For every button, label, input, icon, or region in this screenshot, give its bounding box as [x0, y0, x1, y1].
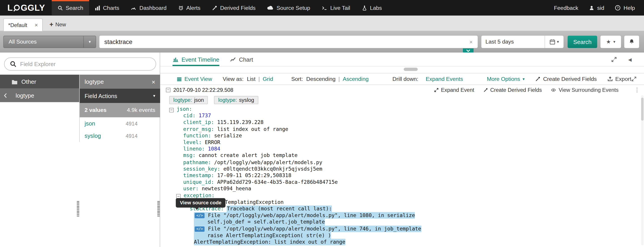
view-surrounding-events-button[interactable]: View Surrounding Events — [551, 87, 619, 93]
panel-resize-handle[interactable] — [157, 201, 160, 217]
tag-logtype-json[interactable]: logtype:json — [169, 96, 208, 104]
json-field: error_msg: list index out of range — [164, 126, 644, 132]
help-menu[interactable]: ? Help — [615, 5, 635, 11]
drill-down-expand-events[interactable]: Expand Events — [426, 76, 463, 82]
toolbar-right-icons: ▾ — [631, 76, 644, 82]
loggly-logo[interactable]: L GGLY — [0, 0, 52, 16]
alerts-bell-button[interactable] — [624, 35, 639, 48]
json-key: msg: — [183, 152, 196, 159]
field-stats-row: 2 values 4.9k events — [80, 103, 160, 117]
field-explorer-input[interactable] — [20, 61, 156, 67]
sort-descending[interactable]: Descending — [306, 76, 336, 82]
results-toolbar: Event View View as: List | Grid Sort: De… — [160, 73, 644, 85]
collapse-panel-icon[interactable]: ◀ — [628, 57, 632, 62]
expand-view-icon[interactable] — [631, 76, 636, 82]
json-key: level: — [183, 139, 202, 145]
field-value-syslog[interactable]: syslog 4914 — [80, 130, 160, 142]
json-value: /opt/loggly/web/app/alert/models.py — [214, 159, 322, 165]
horizontal-scrollbar — [164, 68, 641, 71]
export-button[interactable]: Export — [608, 76, 632, 82]
nav-item-dashboard[interactable]: Dashboard — [125, 0, 172, 16]
field-actions-label: Field Actions — [84, 92, 117, 99]
vertical-scrollbar-thumb[interactable] — [641, 98, 644, 121]
gauge-icon — [131, 5, 137, 10]
value-count: 4914 — [126, 120, 138, 127]
json-value: cannot create alert job template — [198, 152, 298, 159]
json-field: session_key: e0ltqendct03kkcq0nkjr5qjvsd… — [164, 166, 644, 172]
more-options-label: More Options — [487, 76, 520, 82]
create-derived-fields-button[interactable]: Create Derived Fields — [535, 76, 597, 82]
nav-item-search[interactable]: Search — [52, 0, 89, 16]
logo-text-left: L — [8, 3, 13, 13]
stack-text: AlertTemplatingException: list index out… — [194, 239, 345, 246]
nav-item-charts[interactable]: Charts — [89, 0, 125, 16]
new-tab-button[interactable]: + New — [50, 18, 66, 31]
search-input[interactable] — [99, 38, 464, 45]
search-icon — [10, 61, 16, 67]
create-derived-fields-button[interactable]: Create Derived Fields — [483, 87, 542, 93]
plus-icon: + — [50, 21, 53, 28]
chevron-down-icon: ▾ — [557, 39, 559, 43]
view-source-code-icon[interactable]: </> — [195, 226, 205, 232]
event-row-actions: Expand Event Create Derived Fields View … — [434, 87, 640, 93]
panel-resize-handle[interactable] — [77, 201, 79, 217]
export-icon — [608, 76, 613, 82]
collapse-event-icon[interactable]: − — [166, 88, 170, 92]
tag-logtype-syslog[interactable]: logtype:syslog — [214, 96, 258, 104]
nav-item-derived-fields[interactable]: Derived Fields — [206, 0, 262, 16]
time-range-calendar-segment[interactable]: ▾ — [545, 35, 564, 48]
json-value: ERROR — [205, 139, 220, 145]
search-button-label: Search — [573, 38, 592, 45]
fullscreen-icon[interactable] — [611, 56, 617, 62]
field-panel-title: logtype — [84, 78, 104, 85]
event-detail: logtype:json logtype:syslog −json: cid: … — [160, 94, 644, 247]
clear-search-icon[interactable]: × — [464, 38, 478, 45]
close-tab-icon[interactable]: × — [35, 22, 38, 28]
field-actions-dropdown[interactable]: Field Actions ▾ — [80, 89, 160, 103]
horizontal-scrollbar-thumb[interactable] — [404, 68, 418, 71]
stack-text: File "/opt/loggly/web/app/alert/models.p… — [208, 226, 421, 232]
nav-item-source-setup[interactable]: Source Setup — [262, 0, 316, 16]
json-key: timestamp: — [183, 172, 214, 178]
nav-item-alerts[interactable]: Alerts — [172, 0, 206, 16]
field-item-logtype[interactable]: logtype — [0, 89, 79, 102]
field-group-label: Other — [22, 78, 36, 85]
json-key: cid: — [183, 113, 196, 119]
all-sources-label: All Sources — [4, 39, 84, 45]
search-button[interactable]: Search — [568, 35, 597, 48]
chevron-down-icon: ▾ — [613, 39, 616, 43]
json-value: APPa62dd729-634e-4b35-8aca-f286b484715e — [217, 179, 338, 185]
all-sources-dropdown[interactable]: All Sources ▾ — [3, 35, 96, 48]
feedback-link[interactable]: Feedback — [554, 5, 578, 11]
expand-event-button[interactable]: Expand Event — [434, 87, 474, 93]
sort-ascending[interactable]: Ascending — [343, 76, 369, 82]
tab-chart[interactable]: Chart — [230, 52, 253, 66]
view-as-list[interactable]: List — [247, 76, 256, 82]
view-as-grid[interactable]: Grid — [263, 76, 273, 82]
chevron-left-icon[interactable] — [0, 93, 11, 98]
user-menu[interactable]: sid — [589, 5, 604, 11]
nav-item-labs[interactable]: Labs — [356, 0, 388, 16]
saved-searches-dropdown[interactable]: ★ ▾ — [600, 35, 621, 48]
time-range-picker[interactable]: Last 5 days ▾ — [482, 35, 564, 48]
view-tab-actions: ◀ — [611, 52, 632, 66]
json-value: list index out of range — [217, 126, 288, 132]
nav-item-live-tail[interactable]: Live Tail — [316, 0, 356, 16]
kebab-menu-icon[interactable]: ⋮ — [634, 87, 640, 93]
close-icon[interactable]: × — [152, 78, 155, 85]
tab-default[interactable]: *Default × — [3, 18, 43, 31]
collapse-node-icon[interactable]: − — [169, 108, 174, 112]
json-exception-type-line: tTemplatingException — [164, 199, 644, 206]
json-field: msg: cannot create alert job template — [164, 152, 644, 159]
collapse-search-toggle[interactable] — [463, 48, 474, 53]
json-value: 1084 — [208, 146, 220, 152]
field-group-other[interactable]: Other — [0, 75, 79, 88]
json-key: client_ip: — [183, 119, 214, 125]
stack-text: File "/opt/loggly/web/app/alert/models.p… — [208, 212, 415, 219]
event-timestamp[interactable]: 2017-09-10 22:22:29.508 — [173, 87, 233, 93]
more-options-dropdown[interactable]: More Options ▾ — [487, 76, 524, 82]
event-view-button[interactable]: Event View — [177, 76, 212, 82]
tab-event-timeline[interactable]: Event Timeline — [172, 52, 219, 66]
view-source-code-icon[interactable]: </> — [195, 213, 205, 219]
field-value-json[interactable]: json 4914 — [80, 117, 160, 130]
